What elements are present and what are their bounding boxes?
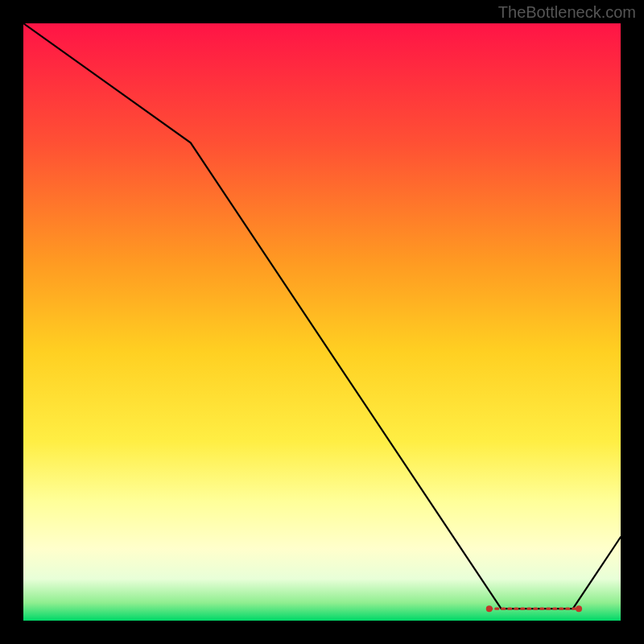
- attribution-text: TheBottleneck.com: [498, 3, 636, 22]
- svg-point-1: [486, 605, 493, 612]
- svg-point-2: [576, 605, 582, 612]
- chart-svg: [23, 23, 621, 621]
- chart-plot-area: [23, 23, 621, 621]
- gradient-background: [23, 23, 621, 621]
